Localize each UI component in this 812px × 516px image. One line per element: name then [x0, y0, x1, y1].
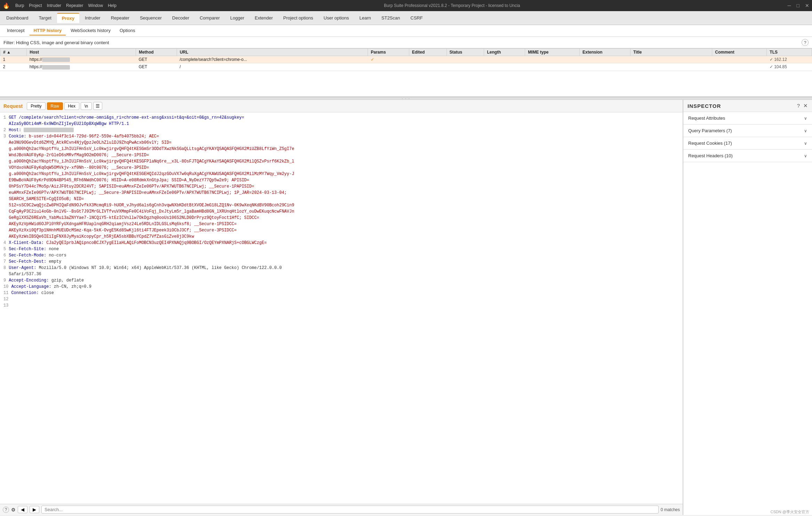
subtab-http-history[interactable]: HTTP history — [30, 26, 66, 35]
req-xclientdata-key: X-Client-Data: — [9, 240, 46, 245]
tab-user-options[interactable]: User options — [319, 13, 354, 23]
cell-params: ✓ — [368, 56, 409, 63]
inspector-close-button[interactable]: ✕ — [803, 103, 808, 109]
cell-length — [484, 63, 525, 71]
subtab-websockets-history[interactable]: WebSockets history — [66, 26, 115, 35]
footer-forward-button[interactable]: ▶ — [30, 506, 39, 513]
history-table: # ▲ Host Method URL Params Edited Status… — [0, 48, 812, 97]
req-connection-val: close — [41, 291, 54, 295]
inspector-section-query-params-header[interactable]: Query Parameters (7) ∨ — [683, 125, 812, 137]
cell-url: /complete/search?client=chrome-o... — [177, 56, 368, 63]
tab-sequencer[interactable]: Sequencer — [135, 13, 167, 23]
cell-num: 2 — [0, 63, 27, 71]
tab-learn[interactable]: Learn — [355, 13, 376, 23]
col-header-title[interactable]: Title — [630, 49, 712, 56]
minimize-button[interactable]: ─ — [788, 3, 791, 8]
cell-status — [447, 63, 484, 71]
col-header-method[interactable]: Method — [136, 49, 177, 56]
footer-back-button[interactable]: ◀ — [18, 506, 27, 513]
col-header-url[interactable]: URL — [177, 49, 368, 56]
search-matches: 0 matches — [661, 507, 680, 512]
req-secfetchdest-val: empty — [49, 259, 61, 264]
cell-mime — [525, 56, 580, 63]
inspector-help-button[interactable]: ? — [797, 103, 800, 109]
inspector-section-query-params: Query Parameters (7) ∨ — [683, 125, 812, 137]
maximize-button[interactable]: □ — [797, 3, 799, 8]
cell-ext — [580, 56, 630, 63]
tab-intruder[interactable]: Intruder — [80, 13, 105, 23]
main-toolbar: Dashboard Target Proxy Intruder Repeater… — [0, 11, 812, 25]
close-button[interactable]: ✕ — [805, 3, 809, 8]
inspector-section-request-attributes: Request Attributes ∨ — [683, 112, 812, 125]
menu-repeater[interactable]: Repeater — [66, 3, 83, 8]
req-line-num — [3, 121, 6, 126]
col-header-length[interactable]: Length — [484, 49, 525, 56]
tab-comparer[interactable]: Comparer — [195, 13, 225, 23]
inspector-section-cookies: Request Cookies (17) ∨ — [683, 137, 812, 150]
bottom-panel: Request Pretty Raw Hex \n ☰ 1GET /comple… — [0, 100, 812, 515]
inspector-title: INSPECTOR — [688, 103, 721, 109]
col-header-edited[interactable]: Edited — [409, 49, 447, 56]
tab-proxy[interactable]: Proxy — [57, 13, 79, 23]
filter-text[interactable]: Filter: Hiding CSS, image and general bi… — [3, 40, 109, 45]
menu-bar: Burp Project Intruder Repeater Window He… — [15, 3, 116, 8]
titlebar-left: 🔥 Burp Project Intruder Repeater Window … — [3, 2, 116, 9]
req-cookie-val: b-user-id=044f3c14-729d-96f2-559e-4afb40… — [3, 134, 294, 239]
titlebar: 🔥 Burp Project Intruder Repeater Window … — [0, 0, 812, 11]
cell-status — [447, 56, 484, 63]
inspector-section-headers-label: Request Headers (10) — [688, 153, 733, 158]
req-method: GET /complete/search?client=chrome-omni&… — [9, 115, 244, 120]
col-header-comment[interactable]: Comment — [712, 49, 767, 56]
resize-handle[interactable]: · · · — [0, 97, 812, 100]
footer-settings-button[interactable]: ⚙ — [11, 507, 16, 513]
request-menu-button[interactable]: ☰ — [93, 102, 102, 110]
req-secfetchsite-val: none — [49, 247, 59, 252]
col-header-status[interactable]: Status — [447, 49, 484, 56]
col-header-params[interactable]: Params — [368, 49, 409, 56]
filter-help-button[interactable]: ? — [802, 39, 809, 46]
inspector-section-headers-header[interactable]: Request Headers (10) ∨ — [683, 150, 812, 162]
view-newline-button[interactable]: \n — [81, 102, 92, 110]
tab-st2scan[interactable]: ST2Scan — [377, 13, 405, 23]
inspector-section-cookies-header[interactable]: Request Cookies (17) ∨ — [683, 137, 812, 149]
menu-intruder[interactable]: Intruder — [47, 3, 61, 8]
search-input[interactable] — [41, 506, 659, 514]
col-header-tls[interactable]: TLS — [767, 49, 812, 56]
view-pretty-button[interactable]: Pretty — [27, 102, 45, 110]
menu-help[interactable]: Help — [108, 3, 116, 8]
tab-dashboard[interactable]: Dashboard — [1, 13, 33, 23]
subtab-options[interactable]: Options — [115, 26, 139, 35]
view-raw-button[interactable]: Raw — [47, 102, 63, 110]
subtab-intercept[interactable]: Intercept — [3, 26, 29, 35]
inspector-section-request-attributes-header[interactable]: Request Attributes ∨ — [683, 112, 812, 124]
footer-help-button[interactable]: ? — [3, 507, 9, 513]
table-body: 1 https:// GET /complete/search?client=c… — [0, 56, 812, 71]
tab-logger[interactable]: Logger — [225, 13, 249, 23]
col-header-num[interactable]: # ▲ — [0, 49, 27, 56]
cell-host: https:// — [27, 63, 136, 71]
menu-window[interactable]: Window — [88, 3, 103, 8]
req-acceptencoding-val: gzip, deflate — [51, 278, 84, 283]
col-header-extension[interactable]: Extension — [580, 49, 630, 56]
req-secfetchmode-key: Sec-Fetch-Mode: — [9, 253, 49, 258]
req-secfetchmode-val: no-cors — [49, 253, 66, 258]
inspector-section-query-params-chevron: ∨ — [804, 128, 807, 133]
tab-decoder[interactable]: Decoder — [167, 13, 194, 23]
tab-target[interactable]: Target — [34, 13, 56, 23]
menu-burp[interactable]: Burp — [15, 3, 24, 8]
tab-repeater[interactable]: Repeater — [106, 13, 134, 23]
tab-extender[interactable]: Extender — [250, 13, 278, 23]
table-row[interactable]: 1 https:// GET /complete/search?client=c… — [0, 56, 812, 63]
col-header-host[interactable]: Host — [27, 49, 136, 56]
cell-comment — [712, 56, 767, 63]
menu-project[interactable]: Project — [29, 3, 42, 8]
cell-title — [630, 63, 712, 71]
table-row[interactable]: 2 https:// GET / ✓ 104.85 — [0, 63, 812, 71]
req-line-num: 1 — [3, 115, 6, 120]
req-secfetchdest-key: Sec-Fetch-Dest: — [9, 259, 49, 264]
view-hex-button[interactable]: Hex — [64, 102, 79, 110]
tab-project-options[interactable]: Project options — [279, 13, 318, 23]
inspector-section-request-attributes-label: Request Attributes — [688, 116, 725, 121]
tab-csrf[interactable]: CSRF — [405, 13, 427, 23]
col-header-mime[interactable]: MIME type — [525, 49, 580, 56]
